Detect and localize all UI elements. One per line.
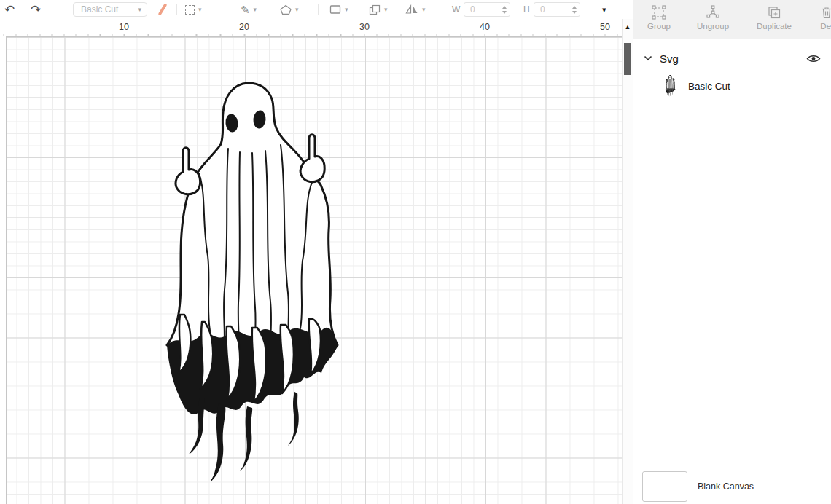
layer-thumbnail [664,75,676,97]
stepper-down-icon [572,11,577,14]
scroll-up-icon[interactable]: ▲ [623,19,633,31]
chevron-down-icon: ▾ [345,7,348,13]
toolbar-separator [442,4,442,15]
delete-button[interactable]: Del [803,5,831,31]
polygon-icon [280,4,292,15]
height-stepper[interactable] [569,3,580,16]
blank-canvas-swatch[interactable] [642,471,687,502]
top-toolbar: ↶ ↷ Basic Cut ▾ ▾ ✎ ▾ ▾ ▾ [0,0,633,19]
horizontal-ruler: 10 20 30 40 50 [0,19,633,36]
panel-action-bar: Group Ungroup Duplicate [633,0,831,39]
panel-footer: Blank Canvas [633,462,831,504]
color-swatch-icon [158,3,168,15]
visibility-eye-icon[interactable] [806,54,821,63]
layer-group-label: Svg [660,52,679,65]
duplicate-button[interactable]: Duplicate [749,5,800,31]
chevron-down-icon: ▾ [138,7,141,13]
chevron-down-icon: ▾ [198,7,202,13]
scrollbar-thumb[interactable] [624,43,631,75]
ruler-mark: 50 [600,22,610,32]
stepper-up-icon [572,6,577,9]
stepper-up-icon [502,6,507,9]
height-field [534,2,580,17]
width-field [464,2,510,17]
vertical-scrollbar[interactable]: ▲ [622,19,633,504]
ungroup-button[interactable]: Ungroup [689,5,737,31]
chevron-down-icon: ▾ [384,7,388,13]
layer-label: Basic Cut [688,81,730,92]
pen-icon: ✎ [241,4,250,15]
flip-tool-button[interactable]: ▾ [405,0,426,19]
design-app: ↶ ↷ Basic Cut ▾ ▾ ✎ ▾ ▾ ▾ [0,0,831,504]
width-label: W [452,4,460,15]
layer-group-row[interactable]: Svg [633,45,831,71]
width-input[interactable] [464,3,499,16]
shape-tool-button[interactable]: ▾ [280,0,299,19]
group-icon [652,5,666,20]
panel-spacer [633,101,831,462]
chevron-down-icon: ▾ [254,7,257,13]
stepper-down-icon [502,11,507,14]
color-swatch-button[interactable] [155,2,171,17]
layer-item[interactable]: Basic Cut [633,71,831,101]
rectangle-icon [329,4,341,15]
chevron-down-icon: ▾ [295,7,299,13]
ruler-mark: 20 [239,22,249,32]
select-marquee-icon [185,5,195,15]
redo-icon[interactable]: ↷ [31,4,41,16]
group-label: Group [647,22,671,31]
chevron-down-icon: ▾ [422,7,426,13]
linetype-dropdown[interactable]: Basic Cut ▾ [73,2,147,17]
ruler-mark: 40 [480,22,490,32]
ruler-mark: 10 [119,22,129,32]
group-button[interactable]: Group [635,5,683,31]
select-tool-button[interactable]: ▾ [185,0,202,19]
width-stepper[interactable] [499,3,510,16]
height-label: H [523,4,530,15]
delete-label: Del [820,22,831,31]
layers-icon [369,4,381,15]
arrange-tool-button[interactable]: ▾ [369,0,388,19]
duplicate-icon [767,5,781,20]
chevron-down-icon[interactable] [644,55,652,61]
ghost-svg [157,77,346,481]
undo-icon[interactable]: ↶ [4,4,15,16]
blank-canvas-label: Blank Canvas [698,481,754,492]
ruler-mark: 30 [359,22,370,32]
ghost-artwork[interactable] [157,77,346,481]
height-input[interactable] [534,3,569,16]
trash-icon [819,5,831,20]
frame-tool-button[interactable]: ▾ [329,0,348,19]
linetype-label: Basic Cut [81,4,118,15]
canvas-area: 10 20 30 40 50 ▲ [0,19,633,504]
layers-panel: Group Ungroup Duplicate [633,0,831,504]
ruler-ticks [0,34,633,36]
ungroup-label: Ungroup [697,22,729,31]
design-grid[interactable] [6,36,633,504]
duplicate-label: Duplicate [757,22,792,31]
pen-tool-button[interactable]: ✎ ▾ [241,0,257,19]
toolbar-separator [318,4,319,15]
ungroup-icon [706,5,720,20]
toolbar-overflow-chevron-icon[interactable]: ▾ [602,5,606,15]
toolbar-separator [176,4,177,15]
flip-icon [405,4,418,15]
